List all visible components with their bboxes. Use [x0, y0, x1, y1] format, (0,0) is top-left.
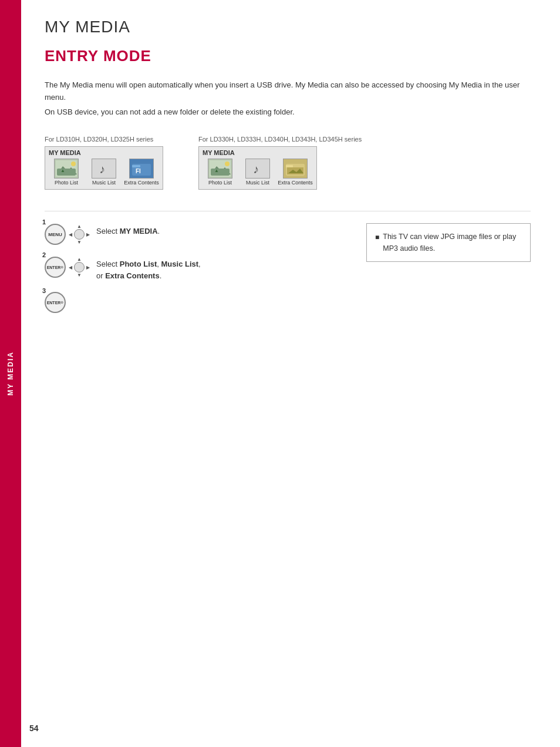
svg-text:♪: ♪ — [253, 163, 259, 176]
dpad-up-icon: ▲ — [77, 224, 82, 229]
description-line2: On USB device, you can not add a new fol… — [45, 106, 526, 119]
diagram1-extra: FI Extra Contents — [124, 159, 159, 186]
menu-button[interactable]: MENU — [45, 224, 66, 245]
svg-marker-3 — [65, 167, 77, 174]
svg-rect-20 — [286, 165, 293, 167]
svg-rect-9 — [132, 165, 140, 167]
svg-marker-14 — [219, 167, 231, 174]
section-title: ENTRY MODE — [45, 47, 531, 65]
steps-right: ■ This TV can view JPG image files or pl… — [366, 223, 531, 324]
diagram1-box: MY MEDIA — [45, 146, 163, 190]
diagram2-title: MY MEDIA — [203, 149, 313, 156]
diagram2-icons: Photo List ♪ Music List — [203, 159, 313, 186]
info-bullet: ■ — [375, 232, 379, 254]
step3-number: 3 — [42, 287, 46, 294]
music-icon: ♪ — [92, 159, 116, 179]
diagram1-music: ♪ Music List — [86, 159, 122, 186]
sidebar-label: MY MEDIA — [6, 351, 15, 396]
enter-button2[interactable]: ENTER⊕ — [45, 292, 66, 313]
photo-icon2 — [208, 159, 232, 179]
diagram1-music-label: Music List — [92, 180, 116, 186]
step1-buttons: 1 MENU ◀ ▶ ▲ ▼ — [45, 223, 90, 245]
dpad2-up-icon: ▲ — [77, 257, 82, 262]
dpad2-left-icon: ◀ — [69, 265, 72, 270]
svg-text:♪: ♪ — [99, 163, 105, 176]
dpad2-right-icon: ▶ — [86, 265, 90, 270]
photo-icon — [54, 159, 79, 179]
diagram2-label: For LD330H, LD333H, LD340H, LD343H, LD34… — [198, 136, 362, 143]
dpad-left-icon: ◀ — [69, 232, 72, 237]
diagram1-photo-label: Photo List — [55, 180, 78, 186]
sidebar: MY MEDIA — [0, 0, 21, 747]
diagram1-icons: Photo List ♪ Music List — [49, 159, 159, 186]
step1-text: Select MY MEDIA. — [96, 223, 160, 237]
music-icon2: ♪ — [245, 159, 270, 179]
diagram2-photo-label: Photo List — [208, 180, 232, 186]
dpad-right-icon: ▶ — [86, 232, 90, 237]
svg-point-4 — [71, 161, 76, 166]
svg-point-15 — [225, 161, 230, 166]
diagram2-extra-label: Extra Contents — [278, 180, 313, 186]
divider — [45, 211, 531, 211]
dpad2: ◀ ▶ ▲ ▼ — [68, 256, 90, 278]
dpad1: ◀ ▶ ▲ ▼ — [68, 223, 90, 245]
diagram1-title: MY MEDIA — [49, 149, 159, 156]
diagram2-extra: Extra Contents — [278, 159, 313, 186]
step1-number: 1 — [42, 218, 46, 226]
step1-row: 1 MENU ◀ ▶ ▲ ▼ Select MY MEDIA. — [45, 223, 343, 245]
diagram2-music: ♪ Music List — [240, 159, 275, 186]
diagram1-label: For LD310H, LD320H, LD325H series — [45, 136, 153, 143]
step3-buttons: 3 ENTER⊕ — [45, 292, 66, 313]
main-content: MY MEDIA ENTRY MODE The My Media menu wi… — [21, 0, 560, 341]
steps-container: 1 MENU ◀ ▶ ▲ ▼ Select MY MEDIA. 2 ENTER — [45, 223, 531, 324]
description-line1: The My Media menu will open automaticall… — [45, 79, 526, 104]
diagram2: For LD330H, LD333H, LD340H, LD343H, LD34… — [198, 136, 362, 190]
enter-button1[interactable]: ENTER⊕ — [45, 257, 66, 278]
diagrams-row: For LD310H, LD320H, LD325H series MY MED… — [45, 136, 531, 190]
extra-icon-highlighted: FI — [129, 159, 154, 179]
dpad2-down-icon: ▼ — [77, 272, 82, 278]
step2-row: 2 ENTER⊕ ◀ ▶ ▲ ▼ Select Photo List, Musi… — [45, 256, 343, 281]
diagram1-extra-label: Extra Contents — [124, 180, 159, 186]
dpad2-center — [74, 262, 85, 272]
extra-icon2 — [283, 159, 308, 179]
diagram2-music-label: Music List — [246, 180, 269, 186]
diagram2-photo: Photo List — [203, 159, 238, 186]
step2-number: 2 — [42, 251, 46, 258]
page-title: MY MEDIA — [45, 18, 531, 36]
dpad-down-icon: ▼ — [77, 240, 82, 245]
description: The My Media menu will open automaticall… — [45, 79, 526, 118]
diagram1-photo: Photo List — [49, 159, 84, 186]
step3-row: 3 ENTER⊕ — [45, 292, 343, 313]
step2-buttons: 2 ENTER⊕ ◀ ▶ ▲ ▼ — [45, 256, 90, 278]
info-text: This TV can view JPG image files or play… — [383, 231, 522, 254]
diagram1: For LD310H, LD320H, LD325H series MY MED… — [45, 136, 163, 190]
diagram2-box: MY MEDIA Photo L — [198, 146, 317, 190]
info-box: ■ This TV can view JPG image files or pl… — [366, 223, 531, 262]
page-number: 54 — [29, 724, 39, 733]
svg-text:FI: FI — [136, 168, 141, 174]
steps-left: 1 MENU ◀ ▶ ▲ ▼ Select MY MEDIA. 2 ENTER — [45, 223, 343, 324]
step2-text: Select Photo List, Music List,or Extra C… — [96, 256, 201, 281]
dpad-center — [74, 229, 85, 240]
